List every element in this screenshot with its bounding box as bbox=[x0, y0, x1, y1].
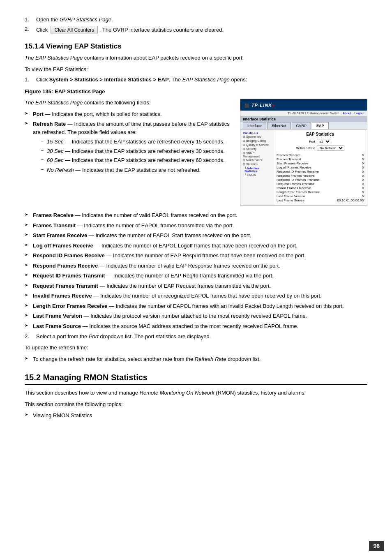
field-invalid-receive: Invalid Frames Receive — Indicates the n… bbox=[25, 292, 367, 300]
topic-rmon-stats: Viewing RMON Statistics bbox=[25, 411, 367, 420]
sidebar-statistics[interactable]: ⊟ Statistics bbox=[241, 162, 272, 166]
eap-stats-rows: Frames Receive0 Frames Transmit0 Start F… bbox=[277, 153, 364, 202]
about-link[interactable]: About bbox=[343, 111, 351, 115]
figure-layout: The EAP Statistics Page contains the fol… bbox=[25, 99, 367, 206]
system-title: TL-SL3428 L2 Management Switch bbox=[288, 111, 339, 115]
more-fields-list: Frames Receive — Indicates the number of… bbox=[25, 211, 367, 330]
tp-link-sidebar: 192.168.1.1 ⊞ System Info ⊞ Bridging Con… bbox=[240, 129, 273, 205]
tab-interface[interactable]: Interface bbox=[243, 122, 266, 129]
eap-stats-title: EAP Statistics bbox=[277, 132, 364, 136]
field-last-version: Last Frame Version — Indicates the proto… bbox=[25, 312, 367, 320]
fields-list: Port — Indicates the port, which is poll… bbox=[25, 110, 232, 174]
fields-intro-text: The EAP Statistics Page contains the fol… bbox=[25, 99, 232, 107]
section-154-intro: The EAP Statistics Page contains informa… bbox=[25, 54, 367, 62]
figure-caption: Figure 135: EAP Statistics Page bbox=[25, 88, 367, 95]
port-row: Port s1 bbox=[277, 139, 364, 144]
section-152-intro: This section describes how to view and m… bbox=[25, 389, 367, 397]
field-length-error: Length Error Frames Receive — Indicates … bbox=[25, 302, 367, 310]
refresh-label: Refresh Rate bbox=[296, 146, 315, 150]
port-label: Port bbox=[309, 140, 315, 143]
steps-intro: 1. Open the GVRP Statistics Page. 2. Cli… bbox=[25, 16, 367, 34]
clear-all-counters-button[interactable]: Clear All Counters bbox=[51, 26, 98, 34]
tp-link-logo: ⬛ TP-LINK® bbox=[244, 102, 275, 108]
field-start-frames: Start Frames Receive — Indicates the num… bbox=[25, 231, 367, 240]
refresh-update-list: To change the refresh rate for statistic… bbox=[25, 355, 367, 363]
refresh-select[interactable]: No Refresh bbox=[317, 146, 344, 151]
field-refresh-rate: Refresh Rate — Indicates the amount of t… bbox=[25, 120, 232, 174]
field-port: Port — Indicates the port, which is poll… bbox=[25, 110, 232, 118]
field-respond-receive: Respond Frames Receive — Indicates the n… bbox=[25, 262, 367, 270]
refresh-60: 60 Sec — Indicates that the EAP statisti… bbox=[41, 156, 232, 164]
tp-link-panel-wrapper: ⬛ TP-LINK® TL-SL3428 L2 Management Switc… bbox=[240, 99, 367, 206]
sidebar-rmon[interactable]: └ RMON bbox=[241, 173, 272, 177]
field-respond-id-receive: Respond ID Frames Receive — Indicates th… bbox=[25, 252, 367, 260]
field-logoff-frames: Log off Frames Receive — Indicates the n… bbox=[25, 242, 367, 250]
refresh-15: 15 Sec — Indicates that the EAP statisti… bbox=[41, 138, 232, 146]
sidebar-bridging[interactable]: ⊞ Bridging Config bbox=[241, 139, 272, 143]
tp-link-panel: ⬛ TP-LINK® TL-SL3428 L2 Management Switc… bbox=[240, 99, 367, 206]
sidebar-system-info[interactable]: ⊞ System Info bbox=[241, 135, 272, 139]
no-refresh-list: No Refresh — Indicates that the EAP stat… bbox=[41, 166, 232, 174]
view-step-2-num: 2. bbox=[25, 333, 36, 340]
sidebar-ip[interactable]: 192.168.1.1 bbox=[241, 131, 272, 135]
field-last-source: Last Frame Source — Indicates the source… bbox=[25, 322, 367, 330]
tp-link-nav-tabs: Interface EtherNet GVRP EAP bbox=[240, 122, 367, 129]
no-refresh: No Refresh — Indicates that the EAP stat… bbox=[41, 166, 232, 174]
fields-text: The EAP Statistics Page contains the fol… bbox=[25, 99, 232, 206]
section-154: 15.1.4 Viewing EAP Statistics The EAP St… bbox=[25, 42, 367, 363]
refresh-row: Refresh Rate No Refresh bbox=[277, 146, 364, 151]
sidebar-interface-statistics[interactable]: └ Interface Statistics bbox=[241, 166, 272, 173]
page-number: 96 bbox=[369, 541, 384, 551]
tab-ethernet[interactable]: EtherNet bbox=[267, 122, 291, 129]
step-1-text: Open the GVRP Statistics Page. bbox=[36, 16, 113, 23]
field-frames-transmit: Frames Transmit — Indicates the number o… bbox=[25, 222, 367, 230]
section-152-heading: 15.2 Managing RMON Statistics bbox=[25, 373, 367, 385]
field-frames-receive: Frames Receive — Indicates the number of… bbox=[25, 211, 367, 219]
topics-intro: This section contains the following topi… bbox=[25, 400, 367, 409]
sidebar-snmp[interactable]: ⊞ SNMP Management bbox=[241, 151, 272, 158]
logout-link[interactable]: Logout bbox=[355, 111, 364, 115]
update-refresh-text: To update the refresh time: bbox=[25, 344, 367, 352]
field-request-transmit: Request Frames Transmit — Indicates the … bbox=[25, 282, 367, 290]
sidebar-maintenance[interactable]: ⊞ Maintenance bbox=[241, 158, 272, 162]
tp-link-nav-top: TL-SL3428 L2 Management Switch About Log… bbox=[240, 111, 367, 116]
tp-link-main: EAP Statistics Port s1 Refresh Rate No R… bbox=[273, 129, 367, 205]
tp-link-header: ⬛ TP-LINK® bbox=[240, 99, 367, 111]
step-2-num: 2. bbox=[25, 26, 36, 32]
view-step-1-text: Click System > Statistics > Interface St… bbox=[36, 76, 247, 83]
refresh-update-item: To change the refresh rate for statistic… bbox=[25, 355, 367, 363]
tab-gvrp[interactable]: GVRP bbox=[292, 122, 311, 129]
refresh-30: 30 Sec — Indicates that the EAP statisti… bbox=[41, 147, 232, 155]
topics-list: Viewing RMON Statistics bbox=[25, 411, 367, 420]
interface-stats-label: Interface Statistics bbox=[240, 116, 367, 122]
port-select[interactable]: s1 bbox=[317, 139, 331, 144]
section-152: 15.2 Managing RMON Statistics This secti… bbox=[25, 373, 367, 420]
tab-eap[interactable]: EAP bbox=[312, 122, 329, 129]
section-154-heading: 15.1.4 Viewing EAP Statistics bbox=[25, 42, 367, 51]
step-2-text: Click Clear All Counters . The GVRP inte… bbox=[36, 26, 224, 34]
step-1-num: 1. bbox=[25, 16, 36, 23]
sidebar-security[interactable]: ⊞ Security bbox=[241, 147, 272, 151]
sidebar-qos[interactable]: ⊞ Quality of Service bbox=[241, 143, 272, 147]
view-step-2-text: Select a port from the Port dropdown lis… bbox=[36, 333, 211, 340]
field-request-id-transmit: Request ID Frames Transmit — Indicates t… bbox=[25, 272, 367, 280]
to-view-label: To view the EAP Statistics: bbox=[25, 65, 367, 74]
refresh-values-list: 15 Sec — Indicates that the EAP statisti… bbox=[41, 138, 232, 164]
tp-link-body: 192.168.1.1 ⊞ System Info ⊞ Bridging Con… bbox=[240, 129, 367, 205]
view-step-1-num: 1. bbox=[25, 76, 36, 83]
